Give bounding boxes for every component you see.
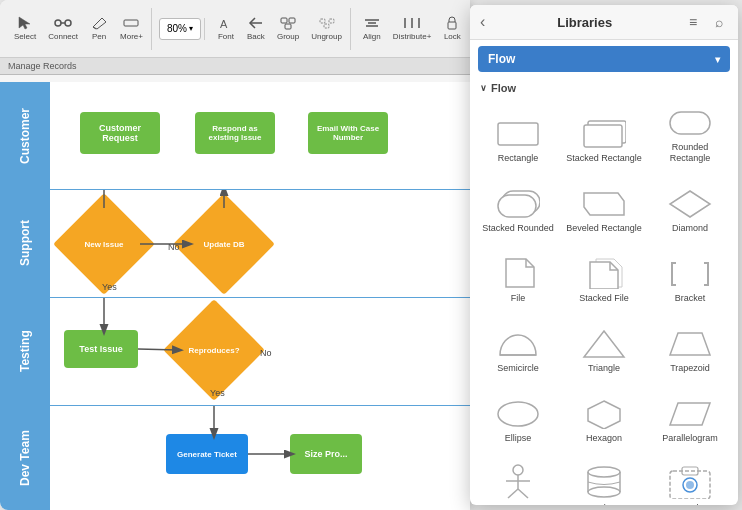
select-button[interactable]: Select	[9, 8, 41, 50]
diagram-area: Select Connect Pen More+ 80% ▾ A	[0, 0, 470, 510]
manage-records-bar: Manage Records	[0, 58, 470, 75]
arrows-devteam	[50, 406, 470, 510]
shape-cell-stacked-rectangle[interactable]: Stacked Rectangle	[562, 100, 646, 168]
svg-point-55	[686, 481, 694, 489]
shape-reproduces[interactable]: Reproduces?	[178, 314, 250, 386]
svg-point-2	[65, 20, 71, 26]
svg-marker-42	[670, 403, 710, 425]
connect-button[interactable]: Connect	[43, 8, 83, 50]
panel-section-header[interactable]: ∨ Flow	[470, 78, 738, 98]
actor-icon	[496, 463, 540, 499]
shape-email-with-case[interactable]: Email With Case Number	[308, 112, 388, 154]
toolbar: Select Connect Pen More+ 80% ▾ A	[0, 0, 470, 58]
svg-point-48	[588, 467, 620, 477]
svg-rect-12	[329, 19, 334, 23]
svg-rect-8	[281, 18, 287, 23]
shape-cell-semicircle[interactable]: Semicircle	[476, 310, 560, 378]
svg-point-1	[55, 20, 61, 26]
swimlane-content-testing: Test Issue Reproduces? No Yes	[50, 298, 470, 405]
svg-rect-31	[498, 123, 538, 145]
label-yes-testing: Yes	[210, 388, 225, 398]
rectangle-icon	[496, 119, 540, 149]
libraries-panel: ‹ Libraries ≡ ⌕ Flow ▾ ∨ Flow Rectangle …	[470, 5, 738, 505]
ellipse-icon	[496, 399, 540, 429]
shape-cell-database[interactable]: Database	[562, 450, 646, 505]
panel-menu-icon[interactable]: ≡	[684, 13, 702, 31]
shape-cell-trapezoid[interactable]: Trapezoid	[648, 310, 732, 378]
toolbar-group-select: Select Connect Pen More+	[6, 8, 152, 50]
svg-rect-11	[320, 19, 325, 23]
zoom-input[interactable]: 80% ▾	[159, 18, 201, 40]
swimlane-label-devteam: Dev Team	[0, 406, 50, 510]
bracket-icon	[668, 259, 712, 289]
toolbar-group-zoom: 80% ▾	[156, 18, 205, 40]
shape-size-pro[interactable]: Size Pro...	[290, 434, 362, 474]
dropdown-arrow-icon: ▾	[715, 54, 720, 65]
rounded-rectangle-icon	[668, 108, 712, 138]
shape-cell-file[interactable]: File	[476, 240, 560, 308]
shape-update-db[interactable]: Update DB	[188, 208, 260, 280]
label-yes-support: Yes	[102, 282, 117, 292]
shape-cell-hexagon[interactable]: Hexagon	[562, 380, 646, 448]
triangle-icon	[582, 329, 626, 359]
group-button[interactable]: Group	[272, 8, 304, 50]
shape-cell-ellipse[interactable]: Ellipse	[476, 380, 560, 448]
svg-rect-10	[285, 24, 291, 29]
swimlane-label-support: Support	[0, 190, 50, 297]
shape-respond-as-existing[interactable]: Respond as existing Issue	[195, 112, 275, 154]
shape-new-issue[interactable]: New Issue	[68, 208, 140, 280]
shape-cell-actor[interactable]: Actor	[476, 450, 560, 505]
svg-rect-53	[682, 467, 698, 475]
shape-cell-stacked-file[interactable]: Stacked File	[562, 240, 646, 308]
svg-marker-38	[584, 331, 624, 357]
svg-rect-9	[289, 18, 295, 23]
svg-point-51	[588, 487, 620, 497]
shape-cell-beveled-rectangle[interactable]: Beveled Rectangle	[562, 170, 646, 238]
toolbar-group-align: Align Distribute+ Lock Unlink View+	[355, 8, 470, 50]
shape-cell-bracket[interactable]: Bracket	[648, 240, 732, 308]
svg-rect-36	[498, 195, 536, 217]
font-button[interactable]: A Font	[212, 8, 240, 50]
align-button[interactable]: Align	[358, 8, 386, 50]
shape-cell-rectangle[interactable]: Rectangle	[476, 100, 560, 168]
shape-cell-triangle[interactable]: Triangle	[562, 310, 646, 378]
toolbar-group-format: A Font Back Group Ungroup	[209, 8, 351, 50]
svg-line-46	[508, 489, 518, 498]
beveled-rectangle-icon	[582, 189, 626, 219]
panel-header: ‹ Libraries ≡ ⌕	[470, 5, 738, 40]
trapezoid-icon	[668, 329, 712, 359]
stacked-file-icon	[582, 257, 626, 289]
svg-rect-20	[448, 22, 456, 29]
shape-generate-ticket[interactable]: Generate Ticket	[166, 434, 248, 474]
shape-test-issue[interactable]: Test Issue	[64, 330, 138, 368]
back-button[interactable]: Back	[242, 8, 270, 50]
lock-button[interactable]: Lock	[438, 8, 466, 50]
diamond-icon	[668, 189, 712, 219]
ungroup-button[interactable]: Ungroup	[306, 8, 347, 50]
shape-customer-request[interactable]: Customer Request	[80, 112, 160, 154]
distribute-button[interactable]: Distribute+	[388, 8, 436, 50]
swimlane-support: Support New Issue Update DB No Yes	[0, 190, 470, 298]
svg-marker-39	[670, 333, 710, 355]
file-icon	[496, 257, 540, 289]
panel-dropdown[interactable]: Flow ▾	[478, 46, 730, 72]
swimlane-label-customer: Customer	[0, 82, 50, 189]
stacked-rectangle-icon	[582, 119, 626, 149]
swimlane-diagram: Customer Customer Request Respond as exi…	[0, 82, 470, 510]
panel-search-icon[interactable]: ⌕	[710, 13, 728, 31]
svg-point-43	[513, 465, 523, 475]
svg-rect-34	[670, 112, 710, 134]
svg-text:A: A	[220, 18, 228, 30]
svg-rect-33	[584, 125, 622, 147]
swimlane-customer: Customer Customer Request Respond as exi…	[0, 82, 470, 190]
shape-cell-diamond[interactable]: Diamond	[648, 170, 732, 238]
semicircle-icon	[496, 329, 540, 359]
shape-cell-rounded-rectangle[interactable]: Rounded Rectangle	[648, 100, 732, 168]
more-button[interactable]: More+	[115, 8, 148, 50]
label-no-support: No	[168, 242, 180, 252]
svg-rect-5	[124, 20, 138, 26]
pen-button[interactable]: Pen	[85, 8, 113, 50]
shape-cell-stacked-rounded[interactable]: Stacked Rounded	[476, 170, 560, 238]
shape-cell-snapshot[interactable]: Snapshot	[648, 450, 732, 505]
shape-cell-parallelogram[interactable]: Parallelogram	[648, 380, 732, 448]
